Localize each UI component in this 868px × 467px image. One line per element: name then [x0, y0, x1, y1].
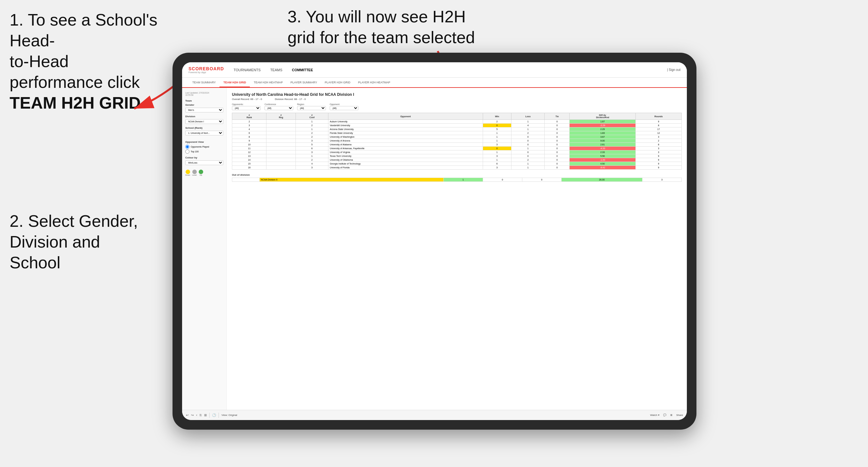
annotation-top-right: 3. You will now see H2Hgrid for the team…: [287, 6, 475, 48]
radio-opponents-played[interactable]: Opponents Played: [185, 145, 223, 149]
cell-tie: 0: [545, 120, 569, 124]
cell-rank: 15: [232, 162, 267, 166]
cell-rank: 6: [232, 131, 267, 135]
cell-reg: [267, 151, 296, 154]
data-table: #Rank #Reg #Conf Opponent Win Loss Tie D…: [232, 113, 682, 169]
device-frame: SCOREBOARD Powered by clippi TOURNAMENTS…: [173, 53, 696, 430]
col-opponent: Opponent: [329, 113, 483, 120]
opponent-select[interactable]: (All): [330, 106, 359, 110]
comment-icon[interactable]: 💬: [663, 414, 666, 416]
radio-top-100[interactable]: Top 100: [185, 150, 223, 154]
colour-section: Colour by Win/Loss Down Level: [185, 156, 223, 176]
cell-rounds: 3: [636, 135, 681, 139]
tab-team-summary[interactable]: TEAM SUMMARY: [188, 78, 219, 88]
cell-diff: 2.61: [569, 143, 636, 147]
region-select[interactable]: (All): [297, 106, 326, 110]
legend-level-dot: [192, 169, 197, 174]
nav-teams[interactable]: TEAMS: [270, 67, 282, 72]
filter-opponent-label: Opponent: [330, 103, 359, 105]
cell-opponent: Texas Tech University: [329, 154, 483, 158]
undo-icon[interactable]: ↩: [186, 413, 188, 417]
division-select[interactable]: NCAA Division I: [185, 119, 223, 124]
col-rounds: Rounds: [636, 113, 681, 120]
cell-diff: 3.67: [569, 135, 636, 139]
layout-icon[interactable]: ⊞: [670, 414, 673, 416]
table-row: 12 3 University of Virginia 1 0 0 2.33 3: [232, 151, 682, 154]
redo-icon[interactable]: ↪: [191, 413, 194, 417]
view-label[interactable]: View: Original: [221, 414, 237, 416]
gender-select[interactable]: Men's: [185, 107, 223, 113]
cell-win: 3: [483, 166, 512, 169]
cell-loss: 4: [512, 124, 545, 127]
cell-opponent: University of Oklahoma: [329, 158, 483, 162]
cell-conf: 3: [296, 166, 329, 169]
legend-down: Down: [185, 169, 190, 176]
colour-by-select[interactable]: Win/Loss: [185, 160, 223, 165]
cell-tie: 0: [545, 143, 569, 147]
annotation-bottom-left: 2. Select Gender, Division and School: [9, 211, 138, 273]
cell-rank: 13: [232, 154, 267, 158]
col-reg: #Reg: [267, 113, 296, 120]
cell-loss: 0: [512, 151, 545, 154]
conference-select[interactable]: (All): [265, 106, 293, 110]
cell-rank: 10: [232, 143, 267, 147]
cell-win: 2: [483, 120, 512, 124]
cell-win: 5: [483, 127, 512, 131]
cell-win: 1: [483, 151, 512, 154]
cell-conf: 2: [296, 124, 329, 127]
cell-opponent: University of Florida: [329, 166, 483, 169]
cell-conf: 2: [296, 158, 329, 162]
cell-loss: 0: [512, 143, 545, 147]
logo-text: SCOREBOARD: [188, 66, 224, 71]
col-conf: #Conf: [296, 113, 329, 120]
cell-diff: -6.42: [569, 166, 636, 169]
legend-up-dot: [199, 169, 203, 174]
clock-icon[interactable]: 🕐: [212, 413, 216, 417]
opponents-select[interactable]: (All): [232, 106, 261, 110]
tab-team-h2h-heatmap[interactable]: TEAM H2H HEATMAP: [250, 78, 286, 88]
cell-conf: 1: [296, 127, 329, 131]
legend-level-label: Level: [192, 174, 196, 176]
cell-rounds: 8: [636, 124, 681, 127]
filter-region: Region (All): [297, 103, 326, 110]
cell-conf: 5: [296, 143, 329, 147]
tab-player-h2h-grid[interactable]: PLAYER H2H GRID: [321, 78, 354, 88]
nav-committee[interactable]: COMMITTEE: [292, 67, 313, 72]
copy-icon[interactable]: ⎘: [200, 413, 202, 417]
main-nav: TOURNAMENTS TEAMS COMMITTEE: [234, 67, 313, 72]
cell-rounds: 9: [636, 166, 681, 169]
device-screen: SCOREBOARD Powered by clippi TOURNAMENTS…: [182, 62, 687, 420]
cell-opponent: University of Arkansas, Fayetteville: [329, 147, 483, 151]
cell-conf: 1: [296, 154, 329, 158]
cell-reg: [267, 154, 296, 158]
out-of-division-label: Out of division: [232, 174, 682, 176]
nav-tournaments[interactable]: TOURNAMENTS: [234, 67, 261, 72]
table-row: 8 2 University of Washington 1 0 0 3.67 …: [232, 135, 682, 139]
legend-down-dot: [186, 169, 190, 174]
paste-icon[interactable]: ⊞: [204, 413, 207, 417]
cell-diff: 2.29: [569, 127, 636, 131]
sign-out[interactable]: | Sign out: [667, 68, 680, 71]
cell-conf: 3: [296, 151, 329, 154]
table-row: 9 3 University of Arizona 1 0 0 9.00 2: [232, 139, 682, 143]
opponent-view-group: Opponents Played Top 100: [185, 145, 223, 154]
cell-tie: 0: [545, 154, 569, 158]
cell-conf: 2: [296, 131, 329, 135]
cell-opponent: Arizona State University: [329, 127, 483, 131]
cell-tie: 0: [545, 131, 569, 135]
school-select[interactable]: 1. University of Nort...: [185, 131, 223, 135]
col-diff: Diff AvStrokes/Rnd: [569, 113, 636, 120]
filter-row: Opponents: (All) Conference (All) Region: [232, 103, 682, 110]
tab-player-summary[interactable]: PLAYER SUMMARY: [286, 78, 321, 88]
share-button[interactable]: Share: [676, 414, 683, 416]
tab-player-h2h-heatmap[interactable]: PLAYER H2H HEATMAP: [354, 78, 394, 88]
watch-button[interactable]: Watch ▾: [650, 414, 659, 416]
tab-team-h2h-grid[interactable]: TEAM H2H GRID: [219, 78, 250, 88]
cell-rounds: 9: [636, 158, 681, 162]
cell-rank: 9: [232, 139, 267, 143]
cell-rounds: 12: [636, 131, 681, 135]
cell-reg: [267, 127, 296, 131]
back-icon[interactable]: ‹: [196, 413, 197, 417]
annotation-line1: 1. To see a School's Head-: [9, 10, 157, 50]
cell-win: 1: [483, 158, 512, 162]
